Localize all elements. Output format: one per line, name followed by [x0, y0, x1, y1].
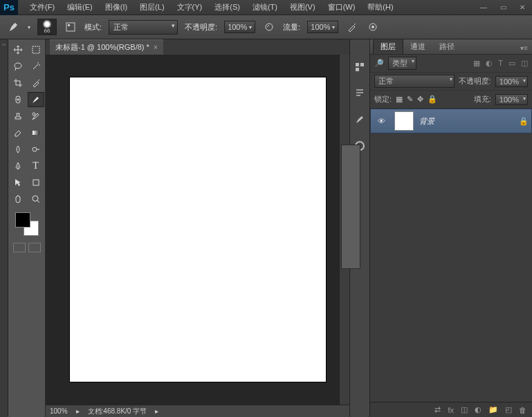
layer-fill-input[interactable]: 100%: [495, 94, 528, 105]
lock-position-icon[interactable]: ✥: [417, 95, 423, 104]
opacity-label: 不透明度:: [185, 22, 217, 33]
filter-adjust-icon[interactable]: ◐: [486, 59, 493, 68]
tab-layers[interactable]: 图层: [373, 39, 403, 54]
menu-view[interactable]: 视图(V): [284, 0, 322, 15]
minimize-button[interactable]: —: [474, 1, 493, 14]
svg-rect-9: [33, 131, 39, 135]
history-brush-tool[interactable]: [28, 109, 44, 124]
tab-channels[interactable]: 通道: [403, 39, 432, 54]
dropdown-arrow-icon[interactable]: ▾: [28, 24, 30, 30]
document-area: 未标题-1 @ 100%(RGB/8) * × 100% ▸ 文档:468.8K…: [46, 39, 349, 417]
stamp-tool[interactable]: [10, 109, 26, 124]
layer-row[interactable]: 👁 背景 🔒: [370, 109, 532, 133]
close-tab-icon[interactable]: ×: [154, 44, 158, 51]
close-button[interactable]: ✕: [513, 1, 532, 14]
history-panel-icon[interactable]: [353, 60, 367, 74]
collapse-tools-strip[interactable]: ››: [0, 39, 8, 417]
brush-panel-toggle-icon[interactable]: [64, 20, 77, 34]
layer-lock-icon: 🔒: [519, 117, 529, 126]
layer-style-icon[interactable]: fx: [448, 406, 454, 414]
brush-panel-icon[interactable]: [353, 113, 367, 127]
pen-tool[interactable]: [10, 158, 26, 174]
healing-tool[interactable]: [10, 92, 26, 107]
blend-mode-dropdown[interactable]: 正常: [109, 20, 178, 35]
maximize-button[interactable]: ▭: [493, 1, 513, 14]
character-panel-icon[interactable]: [353, 86, 367, 100]
type-tool[interactable]: T: [28, 158, 44, 174]
layer-thumbnail[interactable]: [394, 111, 414, 131]
svg-rect-14: [360, 63, 364, 66]
zoom-tool[interactable]: [28, 192, 44, 207]
layer-blend-dropdown[interactable]: 正常: [374, 75, 455, 88]
lasso-tool[interactable]: [10, 59, 26, 74]
pressure-opacity-icon[interactable]: [262, 20, 276, 34]
menu-layer[interactable]: 图层(L): [134, 0, 170, 15]
layer-opacity-input[interactable]: 100%: [495, 76, 528, 87]
document-tabs: 未标题-1 @ 100%(RGB/8) * ×: [46, 39, 349, 55]
flow-input[interactable]: 100%: [307, 21, 338, 33]
blur-tool[interactable]: [10, 142, 26, 157]
menu-help[interactable]: 帮助(H): [361, 0, 399, 15]
tool-preset-icon[interactable]: [7, 20, 21, 34]
menu-edit[interactable]: 编辑(E): [61, 0, 99, 15]
pressure-size-icon[interactable]: [366, 20, 380, 34]
menu-type[interactable]: 文字(Y): [171, 0, 209, 15]
delete-layer-icon[interactable]: 🗑: [519, 406, 526, 414]
adjustment-layer-icon[interactable]: ◐: [475, 405, 481, 414]
doc-info-icon[interactable]: ▸: [76, 407, 80, 415]
menu-select[interactable]: 选择(S): [208, 0, 246, 15]
new-layer-icon[interactable]: ◰: [505, 405, 512, 414]
path-select-tool[interactable]: [10, 175, 26, 190]
panel-tabs: 图层 通道 路径 ▾≡: [370, 39, 532, 55]
filter-shape-icon[interactable]: ▭: [508, 59, 515, 68]
vertical-scrollbar[interactable]: [339, 55, 349, 405]
marquee-tool[interactable]: [28, 42, 44, 57]
menu-image[interactable]: 图像(I): [99, 0, 134, 15]
svg-point-8: [33, 113, 35, 115]
panel-menu-icon[interactable]: ▾≡: [516, 42, 532, 54]
airbrush-icon[interactable]: [345, 20, 359, 34]
eraser-tool[interactable]: [10, 125, 26, 140]
status-menu-icon[interactable]: ▸: [155, 407, 158, 415]
filter-smart-icon[interactable]: ◫: [521, 59, 528, 68]
shape-tool[interactable]: [28, 175, 44, 190]
menu-filter[interactable]: 滤镜(T): [246, 0, 284, 15]
hand-tool[interactable]: [10, 192, 26, 207]
visibility-toggle-icon[interactable]: 👁: [374, 117, 389, 125]
layer-name[interactable]: 背景: [419, 116, 513, 127]
eyedropper-tool[interactable]: [28, 75, 44, 91]
filter-text-icon[interactable]: T: [498, 59, 503, 68]
quickmask-toggle[interactable]: [13, 243, 26, 252]
scrollbar-thumb[interactable]: [341, 145, 360, 269]
menu-window[interactable]: 窗口(W): [322, 0, 362, 15]
canvas[interactable]: [70, 77, 326, 382]
crop-tool[interactable]: [10, 75, 26, 91]
gradient-tool[interactable]: [28, 125, 44, 140]
zoom-level[interactable]: 100%: [50, 407, 68, 415]
dodge-tool[interactable]: [28, 142, 44, 157]
status-bar: 100% ▸ 文档:468.8K/0 字节 ▸: [46, 405, 349, 417]
brush-preset-picker[interactable]: 66: [37, 19, 57, 35]
filter-pixel-icon[interactable]: ▦: [473, 59, 480, 68]
foreground-color[interactable]: [15, 212, 30, 228]
brush-tool[interactable]: [28, 92, 44, 107]
opacity-input[interactable]: 100%: [224, 21, 255, 33]
menu-file[interactable]: 文件(F): [24, 0, 61, 15]
color-swatch[interactable]: [15, 212, 39, 236]
lock-all-icon[interactable]: 🔒: [428, 95, 437, 104]
filter-type-dropdown[interactable]: 类型: [388, 57, 416, 70]
screenmode-toggle[interactable]: [28, 243, 41, 252]
document-tab[interactable]: 未标题-1 @ 100%(RGB/8) * ×: [50, 39, 163, 55]
group-icon[interactable]: 📁: [488, 405, 498, 414]
fill-label: 填充:: [474, 94, 491, 104]
wand-tool[interactable]: [28, 59, 44, 74]
document-tab-title: 未标题-1 @ 100%(RGB/8) *: [55, 42, 149, 53]
lock-transparency-icon[interactable]: ▦: [396, 95, 403, 104]
link-layers-icon[interactable]: ⇄: [434, 405, 441, 414]
canvas-viewport[interactable]: [46, 55, 349, 405]
filter-type-icon[interactable]: 🔎: [374, 59, 384, 68]
layer-mask-icon[interactable]: ◫: [461, 405, 468, 414]
tab-paths[interactable]: 路径: [432, 39, 461, 54]
move-tool[interactable]: [10, 42, 26, 57]
lock-pixels-icon[interactable]: ✎: [407, 95, 413, 104]
